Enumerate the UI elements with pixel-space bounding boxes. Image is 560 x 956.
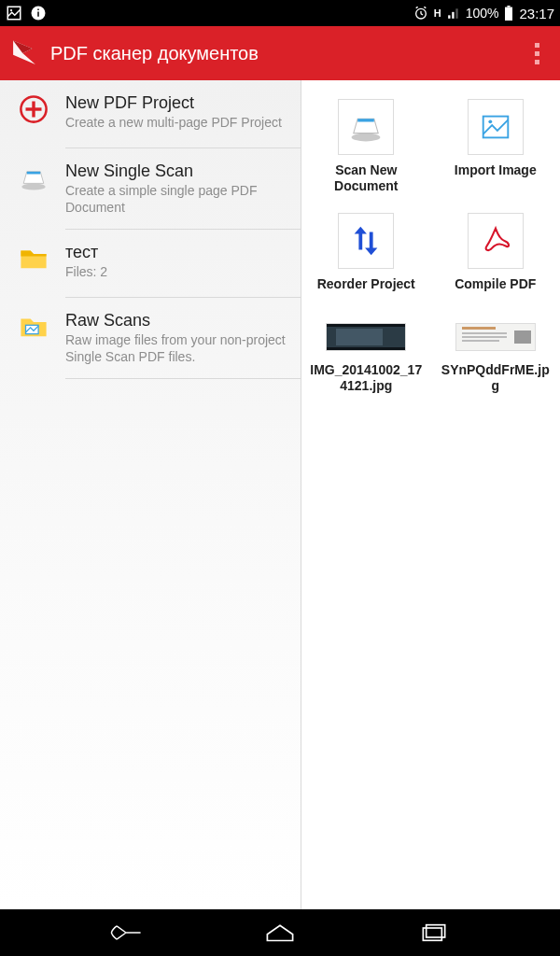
svg-line-7 bbox=[421, 14, 423, 15]
file-thumbnail bbox=[326, 323, 406, 351]
action-scan-new-document[interactable]: Scan New Document bbox=[301, 93, 431, 207]
list-item-subtitle: Raw image files from your non-project Si… bbox=[65, 332, 291, 365]
svg-rect-11 bbox=[452, 12, 454, 19]
app-title: PDF сканер документов bbox=[50, 43, 259, 64]
svg-rect-27 bbox=[483, 117, 508, 138]
file-item[interactable]: IMG_20141002_174121.jpg bbox=[301, 314, 431, 411]
svg-rect-36 bbox=[462, 336, 507, 338]
list-item-raw-scans[interactable]: Raw Scans Raw image files from your non-… bbox=[0, 298, 301, 378]
svg-rect-3 bbox=[37, 12, 39, 17]
file-item[interactable]: SYnPQddFrME.jpg bbox=[431, 314, 561, 411]
image-indicator-icon bbox=[6, 5, 22, 21]
scanner-icon bbox=[338, 99, 394, 155]
action-reorder-project[interactable]: Reorder Project bbox=[301, 207, 431, 305]
svg-rect-19 bbox=[26, 107, 42, 110]
divider bbox=[65, 378, 301, 379]
file-label: SYnPQddFrME.jpg bbox=[440, 362, 552, 394]
image-icon bbox=[468, 99, 524, 155]
battery-percent: 100% bbox=[466, 6, 499, 21]
status-bar: H 100% 23:17 bbox=[0, 0, 560, 26]
recents-button[interactable] bbox=[406, 919, 462, 947]
alarm-icon bbox=[413, 6, 428, 21]
list-item-new-pdf-project[interactable]: New PDF Project Create a new multi-page … bbox=[0, 80, 301, 148]
folder-image-icon bbox=[13, 311, 54, 352]
svg-rect-31 bbox=[327, 347, 405, 351]
action-label: Scan New Document bbox=[310, 162, 422, 194]
app-bar: PDF сканер документов bbox=[0, 26, 560, 80]
left-pane: New PDF Project Create a new multi-page … bbox=[0, 80, 301, 909]
action-label: Import Image bbox=[455, 162, 537, 178]
right-pane: Scan New Document Import Image Reorder P… bbox=[301, 80, 560, 909]
svg-rect-10 bbox=[448, 15, 450, 19]
clock: 23:17 bbox=[519, 6, 554, 21]
file-thumbnail bbox=[455, 323, 536, 351]
svg-rect-12 bbox=[455, 8, 457, 18]
app-logo-icon bbox=[6, 35, 43, 72]
svg-rect-32 bbox=[336, 329, 383, 345]
svg-line-9 bbox=[424, 7, 426, 7]
main-content: New PDF Project Create a new multi-page … bbox=[0, 80, 560, 909]
back-button[interactable] bbox=[98, 919, 154, 947]
list-item-title: New PDF Project bbox=[65, 93, 291, 113]
home-button[interactable] bbox=[252, 919, 308, 947]
info-icon bbox=[30, 5, 47, 21]
svg-rect-4 bbox=[37, 9, 39, 11]
list-item-subtitle: Create a simple single page PDF Document bbox=[65, 183, 291, 216]
svg-rect-38 bbox=[514, 330, 531, 344]
svg-rect-30 bbox=[327, 323, 405, 327]
svg-point-24 bbox=[352, 134, 381, 142]
svg-point-20 bbox=[21, 183, 45, 190]
svg-rect-26 bbox=[357, 119, 374, 121]
svg-rect-0 bbox=[7, 7, 21, 20]
list-item-new-single-scan[interactable]: New Single Scan Create a simple single p… bbox=[0, 148, 301, 229]
action-label: Compile PDF bbox=[455, 276, 536, 292]
network-type-label: H bbox=[434, 7, 441, 19]
action-label: Reorder Project bbox=[317, 276, 415, 292]
folder-icon bbox=[13, 243, 54, 284]
pdf-icon bbox=[468, 213, 524, 269]
list-item-subtitle: Files: 2 bbox=[65, 264, 291, 281]
svg-point-28 bbox=[488, 120, 492, 123]
svg-rect-22 bbox=[27, 172, 40, 175]
list-item-title: New Single Scan bbox=[65, 162, 291, 181]
list-item-title: Raw Scans bbox=[65, 311, 291, 330]
svg-point-1 bbox=[10, 9, 12, 11]
list-item-project-folder[interactable]: тест Files: 2 bbox=[0, 230, 301, 297]
svg-line-8 bbox=[415, 7, 417, 7]
navigation-bar bbox=[0, 909, 560, 956]
svg-rect-35 bbox=[462, 332, 507, 334]
file-label: IMG_20141002_174121.jpg bbox=[310, 362, 422, 394]
overflow-menu-button[interactable] bbox=[523, 35, 551, 72]
action-import-image[interactable]: Import Image bbox=[431, 93, 561, 207]
svg-rect-34 bbox=[462, 327, 496, 330]
add-circle-icon bbox=[13, 93, 54, 134]
action-compile-pdf[interactable]: Compile PDF bbox=[431, 207, 561, 305]
svg-rect-37 bbox=[462, 340, 499, 342]
svg-rect-14 bbox=[505, 7, 512, 21]
scanner-icon bbox=[13, 162, 54, 203]
signal-icon bbox=[447, 7, 460, 20]
svg-rect-13 bbox=[508, 6, 511, 7]
battery-icon bbox=[504, 6, 513, 21]
list-item-subtitle: Create a new multi-page PDF Project bbox=[65, 115, 291, 132]
list-item-title: тест bbox=[65, 243, 291, 262]
reorder-arrows-icon bbox=[338, 213, 394, 269]
